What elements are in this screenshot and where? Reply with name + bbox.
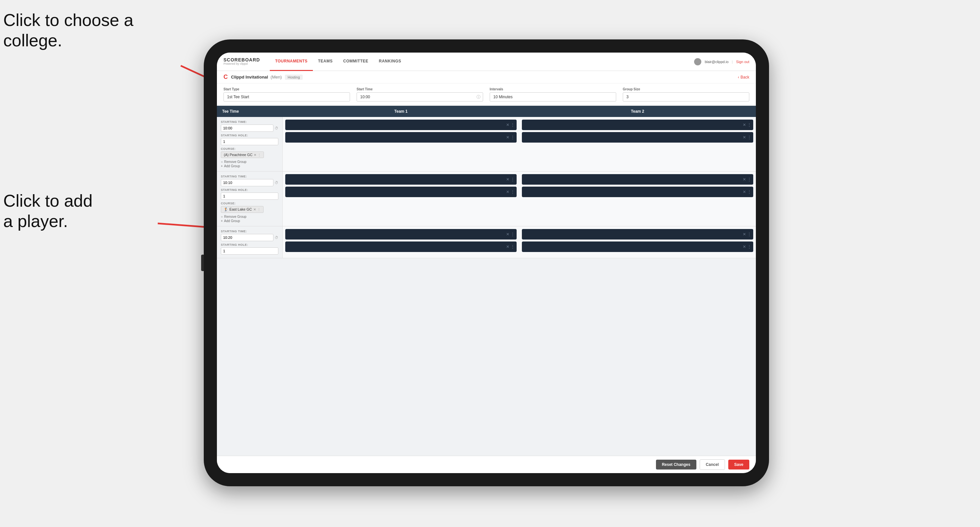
course-label-1: COURSE:	[221, 147, 278, 151]
course-tag-2[interactable]: 🏌 East Lake GC ✕ ⋮	[221, 206, 264, 213]
slot-x-btn-4-2[interactable]: ✕	[743, 190, 746, 194]
nav-email: blair@clippd.io	[705, 60, 728, 64]
slot-x-btn-5-2[interactable]: ✕	[506, 244, 509, 249]
save-button[interactable]: Save	[728, 460, 749, 470]
nav-committee[interactable]: COMMITTEE	[338, 52, 374, 71]
nav-tournaments[interactable]: TOURNAMENTS	[270, 52, 313, 71]
tee-group-2: STARTING TIME: ⏱ STARTING HOLE: 1 COURSE…	[217, 171, 756, 226]
course-expand-1[interactable]: ⋮	[258, 153, 261, 157]
slot-x-btn-5-1[interactable]: ✕	[506, 232, 509, 237]
player-slot-1-1[interactable]: ✕ ⋮	[285, 120, 517, 130]
player-slot-2-1[interactable]: ✕ ⋮	[522, 120, 753, 130]
tee-controls-2: STARTING TIME: ⏱ STARTING HOLE: 1 COURSE…	[217, 171, 283, 226]
group-size-select[interactable]: 3	[623, 92, 749, 102]
group-actions-1: ○ Remove Group + Add Group	[221, 160, 278, 168]
course-expand-2[interactable]: ⋮	[257, 208, 261, 211]
brand-scoreboard: SCOREBOARD	[223, 57, 260, 62]
course-tag-1[interactable]: (A) Peachtree GC ✕ ⋮	[221, 151, 264, 158]
start-type-group: Start Type 1st Tee Start	[223, 87, 350, 102]
breadcrumb-title: Clippd Invitational (Men)	[231, 75, 282, 79]
bottom-bar: Reset Changes Cancel Save	[217, 456, 756, 473]
nav-links: TOURNAMENTS TEAMS COMMITTEE RANKINGS	[270, 52, 694, 71]
slot-chevron-btn-5-2[interactable]: ⋮	[511, 244, 515, 249]
start-time-wrap: ⓘ	[356, 92, 483, 102]
add-group-btn-1[interactable]: + Add Group	[221, 164, 278, 168]
slot-chevron-btn-2-1[interactable]: ⋮	[747, 122, 751, 127]
team1-column-2: ✕ ⋮ ✕ ⋮	[283, 171, 519, 226]
slot-chevron-btn-6-2[interactable]: ⋮	[747, 244, 751, 249]
slot-x-btn-6-2[interactable]: ✕	[743, 244, 746, 249]
brand: SCOREBOARD Powered by clippd	[223, 57, 260, 66]
course-remove-2[interactable]: ✕	[253, 208, 256, 211]
brand-powered: Powered by clippd	[223, 62, 260, 66]
starting-hole-select-2[interactable]: 1	[221, 192, 278, 200]
slot-chevron-btn-1-2[interactable]: ⋮	[511, 135, 515, 140]
player-slot-2-2[interactable]: ✕ ⋮	[522, 132, 753, 143]
sign-out-link[interactable]: Sign out	[736, 60, 749, 64]
slot-chevron-btn-1-1[interactable]: ⋮	[511, 122, 515, 127]
nav-rankings[interactable]: RANKINGS	[374, 52, 407, 71]
starting-time-input-3[interactable]	[221, 234, 274, 241]
remove-group-btn-2[interactable]: ○ Remove Group	[221, 215, 278, 219]
slot-chevron-btn-4-2[interactable]: ⋮	[747, 190, 751, 194]
starting-hole-select-3[interactable]: 1	[221, 248, 278, 255]
slot-x-btn-3-2[interactable]: ✕	[506, 190, 509, 194]
start-type-select[interactable]: 1st Tee Start	[223, 92, 350, 102]
intervals-select[interactable]: 10 Minutes	[490, 92, 616, 102]
reset-changes-button[interactable]: Reset Changes	[656, 460, 696, 470]
intervals-label: Intervals	[490, 87, 616, 91]
player-slot-3-2[interactable]: ✕ ⋮	[285, 187, 517, 197]
starting-hole-select-1[interactable]: 1	[221, 138, 278, 145]
slot-x-btn-2-2[interactable]: ✕	[743, 135, 746, 140]
slot-x-btn-1-1[interactable]: ✕	[506, 122, 509, 127]
team1-column-1: ✕ ⋮ ✕ ⋮	[283, 117, 519, 171]
player-slot-3-1[interactable]: ✕ ⋮	[285, 174, 517, 185]
slot-actions-6-2: ✕ ⋮	[743, 244, 751, 249]
remove-group-btn-1[interactable]: ○ Remove Group	[221, 160, 278, 163]
team2-column-1: ✕ ⋮ ✕ ⋮	[519, 117, 756, 171]
tablet-device: SCOREBOARD Powered by clippd TOURNAMENTS…	[204, 40, 769, 486]
slot-x-btn-6-1[interactable]: ✕	[743, 232, 746, 237]
slot-chevron-btn-2-2[interactable]: ⋮	[747, 135, 751, 140]
slot-chevron-btn-3-2[interactable]: ⋮	[511, 190, 515, 194]
slot-x-btn-4-1[interactable]: ✕	[743, 177, 746, 182]
starting-hole-row-2: 1	[221, 192, 278, 200]
slot-actions-1-1: ✕ ⋮	[506, 122, 515, 127]
starting-time-row-2: ⏱	[221, 179, 278, 186]
slot-x-btn-2-1[interactable]: ✕	[743, 122, 746, 127]
intervals-group: Intervals 10 Minutes	[490, 87, 616, 102]
time-icon-2: ⏱	[275, 181, 278, 185]
starting-time-input-1[interactable]	[221, 124, 274, 132]
start-time-group: Start Time ⓘ	[356, 87, 483, 102]
starting-time-input-2[interactable]	[221, 179, 274, 186]
starting-hole-row-3: 1	[221, 248, 278, 255]
tee-group-1: STARTING TIME: ⏱ STARTING HOLE: 1 COURSE…	[217, 117, 756, 171]
nav-right: blair@clippd.io | Sign out	[694, 58, 749, 65]
add-group-btn-2[interactable]: + Add Group	[221, 219, 278, 223]
start-type-label: Start Type	[223, 87, 350, 91]
slot-x-btn-3-1[interactable]: ✕	[506, 177, 509, 182]
player-slot-4-2[interactable]: ✕ ⋮	[522, 187, 753, 197]
starting-hole-label-1: STARTING HOLE:	[221, 134, 278, 137]
player-slot-1-2[interactable]: ✕ ⋮	[285, 132, 517, 143]
slot-actions-5-2: ✕ ⋮	[506, 244, 515, 249]
back-button[interactable]: ‹ Back	[738, 75, 749, 79]
nav-teams[interactable]: TEAMS	[313, 52, 338, 71]
player-slot-6-1[interactable]: ✕ ⋮	[522, 229, 753, 240]
time-icon-3: ⏱	[275, 236, 278, 240]
course-remove-1[interactable]: ✕	[254, 153, 256, 157]
slot-chevron-btn-6-1[interactable]: ⋮	[747, 232, 751, 237]
slot-x-btn-1-2[interactable]: ✕	[506, 135, 509, 140]
player-slot-6-2[interactable]: ✕ ⋮	[522, 241, 753, 252]
starting-hole-label-3: STARTING HOLE:	[221, 243, 278, 246]
team2-column-3: ✕ ⋮ ✕ ⋮	[519, 226, 756, 258]
player-slot-5-2[interactable]: ✕ ⋮	[285, 241, 517, 252]
player-slot-4-1[interactable]: ✕ ⋮	[522, 174, 753, 185]
cancel-button[interactable]: Cancel	[700, 459, 725, 470]
breadcrumb-hosting: Hosting	[285, 75, 302, 80]
slot-chevron-btn-5-1[interactable]: ⋮	[511, 232, 515, 237]
slot-chevron-btn-4-1[interactable]: ⋮	[747, 177, 751, 182]
start-time-input[interactable]	[356, 92, 483, 102]
slot-chevron-btn-3-1[interactable]: ⋮	[511, 177, 515, 182]
player-slot-5-1[interactable]: ✕ ⋮	[285, 229, 517, 240]
